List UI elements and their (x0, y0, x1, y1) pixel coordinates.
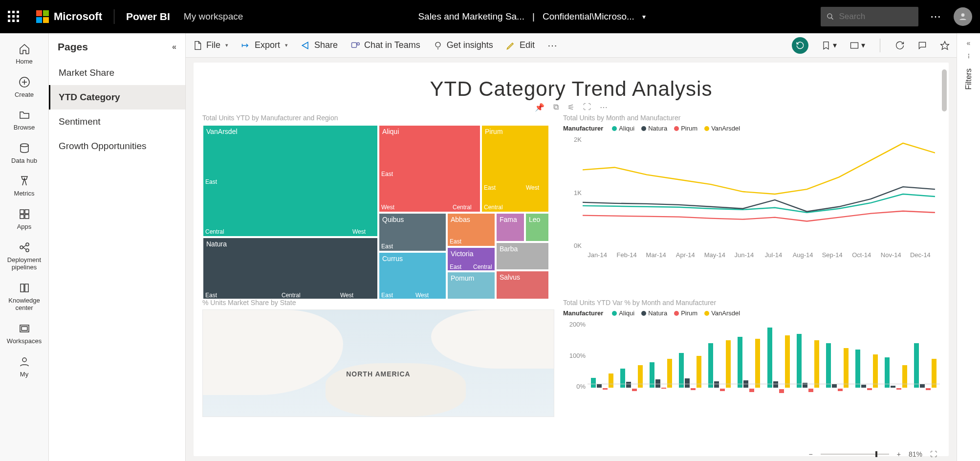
scrollbar[interactable] (942, 69, 947, 111)
treemap-cell[interactable]: AbbasEast (447, 213, 496, 247)
zoom-in-icon[interactable]: + (897, 450, 901, 458)
svg-rect-15 (22, 327, 27, 330)
treemap-cell[interactable]: PirumEastWestCentral (481, 125, 549, 213)
fit-page-icon[interactable]: ⛶ (930, 450, 937, 458)
svg-point-13 (26, 249, 29, 252)
nav-pipelines[interactable]: Deployment pipelines (0, 237, 48, 276)
page-market-share[interactable]: Market Share (49, 61, 185, 85)
report-canvas[interactable]: YTD Category Trend Analysis 📌 ⧉ ⚟ ⛶ ⋯ To… (194, 63, 949, 456)
export-menu[interactable]: Export▾ (241, 40, 288, 50)
report-name[interactable]: Sales and Marketing Sa... (418, 11, 524, 22)
nav-apps[interactable]: Apps (0, 203, 48, 236)
legend-item[interactable]: VanArsdel (704, 125, 740, 132)
comment-icon[interactable] (917, 41, 927, 50)
nav-knowledge[interactable]: Knowledge center (0, 277, 48, 317)
page-growth-opportunities[interactable]: Growth Opportunities (49, 134, 185, 158)
header-center: Sales and Marketing Sa... | Confidential… (255, 11, 809, 22)
app-launcher-icon[interactable] (8, 11, 20, 22)
nav-create[interactable]: Create (0, 71, 48, 104)
line-chart-visual[interactable]: Total Units by Month and Manufacturer Ma… (563, 114, 940, 290)
nav-datahub[interactable]: Data hub (0, 137, 48, 170)
treemap-cell[interactable]: VictoriaEastCentral (447, 247, 496, 271)
svg-point-21 (436, 42, 440, 47)
filters-toggle-icon[interactable]: ⫶ (967, 52, 970, 60)
legend-item[interactable]: Pirum (674, 309, 697, 317)
bar-chart-visual[interactable]: Total Units YTD Var % by Month and Manuf… (563, 299, 940, 444)
treemap-cell[interactable]: Leo (525, 213, 549, 242)
more-options-icon[interactable]: ⋯ (930, 10, 942, 23)
treemap-cell[interactable]: VanArsdelEastCentralWest (202, 125, 378, 237)
legend-item[interactable]: Pirum (674, 125, 697, 132)
legend-item[interactable]: Aliqui (612, 309, 634, 317)
page-ytd-category[interactable]: YTD Category (49, 85, 185, 110)
treemap-title: Total Units YTD by Manufacturer and Regi… (202, 114, 554, 122)
treemap-cell[interactable]: NaturaEastCentralWest (202, 237, 378, 300)
global-header: Microsoft Power BI My workspace Sales an… (0, 0, 980, 33)
nav-home[interactable]: Home (0, 38, 48, 70)
more-menu[interactable]: ⋯ (547, 40, 557, 51)
favorite-icon[interactable] (940, 41, 950, 50)
share-button[interactable]: Share (301, 40, 338, 50)
chevron-down-icon[interactable]: ▾ (642, 13, 646, 21)
edit-button[interactable]: Edit (506, 40, 535, 50)
zoom-slider[interactable] (821, 454, 889, 455)
svg-rect-23 (851, 43, 858, 48)
map-title: % Units Market Share by State (202, 299, 554, 307)
search-box[interactable] (821, 7, 918, 26)
zoom-value: 81% (909, 450, 922, 458)
product-name[interactable]: Power BI (126, 11, 170, 22)
treemap-cell[interactable]: Pomum (447, 271, 496, 300)
pin-icon[interactable]: 📌 (535, 103, 544, 112)
filters-pane-collapsed: « ⫶ Filters (957, 33, 980, 461)
workspace-breadcrumb[interactable]: My workspace (184, 11, 243, 22)
chevron-down-icon: ▾ (285, 42, 288, 48)
filter-icon[interactable]: ⚟ (567, 103, 574, 112)
legend-item[interactable]: Natura (641, 309, 667, 317)
more-icon[interactable]: ⋯ (600, 103, 608, 112)
focus-icon[interactable]: ⛶ (583, 103, 591, 112)
treemap-cell[interactable]: CurrusEastWest (378, 252, 447, 300)
get-insights-button[interactable]: Get insights (433, 40, 493, 50)
user-avatar[interactable] (954, 7, 972, 26)
svg-point-20 (357, 43, 359, 45)
expand-filters-icon[interactable]: « (967, 39, 971, 47)
filters-label[interactable]: Filters (964, 68, 973, 90)
collapse-pane-icon[interactable]: « (172, 43, 176, 51)
svg-point-6 (21, 144, 28, 147)
reset-button[interactable] (792, 37, 808, 54)
bar-title: Total Units YTD Var % by Month and Manuf… (563, 299, 940, 307)
view-menu[interactable]: ▾ (849, 41, 865, 50)
zoom-out-icon[interactable]: − (809, 450, 813, 458)
nav-browse[interactable]: Browse (0, 104, 48, 136)
svg-rect-10 (25, 215, 29, 219)
treemap-visual[interactable]: Total Units YTD by Manufacturer and Regi… (202, 114, 554, 290)
treemap-cell[interactable]: Salvus (496, 270, 549, 300)
separator: | (532, 11, 535, 22)
refresh-icon[interactable] (895, 41, 905, 50)
legend-item[interactable]: Aliqui (612, 125, 634, 132)
legend-item[interactable]: Natura (641, 125, 667, 132)
treemap-cell[interactable]: QuibusEast (378, 213, 447, 252)
page-sentiment[interactable]: Sentiment (49, 110, 185, 134)
svg-point-16 (22, 358, 26, 362)
nav-workspaces[interactable]: Workspaces (0, 318, 48, 350)
file-menu[interactable]: File▾ (193, 40, 228, 50)
search-icon (827, 12, 834, 21)
search-input[interactable] (839, 12, 913, 22)
svg-rect-8 (25, 210, 29, 214)
copy-icon[interactable]: ⧉ (553, 103, 559, 112)
nav-metrics[interactable]: Metrics (0, 170, 48, 202)
chat-teams-button[interactable]: Chat in Teams (350, 40, 420, 50)
treemap-cell[interactable]: Barba (496, 242, 549, 270)
treemap-cell[interactable]: AliquiEastWestCentral (378, 125, 481, 213)
nav-my[interactable]: My (0, 351, 48, 383)
sensitivity-label[interactable]: Confidential\Microso... (543, 11, 634, 22)
svg-point-12 (26, 243, 29, 246)
map-visual[interactable]: % Units Market Share by State NORTH AMER… (202, 299, 554, 444)
pages-heading: Pages (58, 41, 88, 53)
legend-item[interactable]: VanArsdel (704, 309, 740, 317)
main-area: File▾ Export▾ Share Chat in Teams Get in… (186, 33, 957, 461)
treemap-cell[interactable]: Fama (496, 213, 525, 242)
bookmark-menu[interactable]: ▾ (821, 41, 837, 50)
svg-rect-9 (20, 215, 24, 219)
